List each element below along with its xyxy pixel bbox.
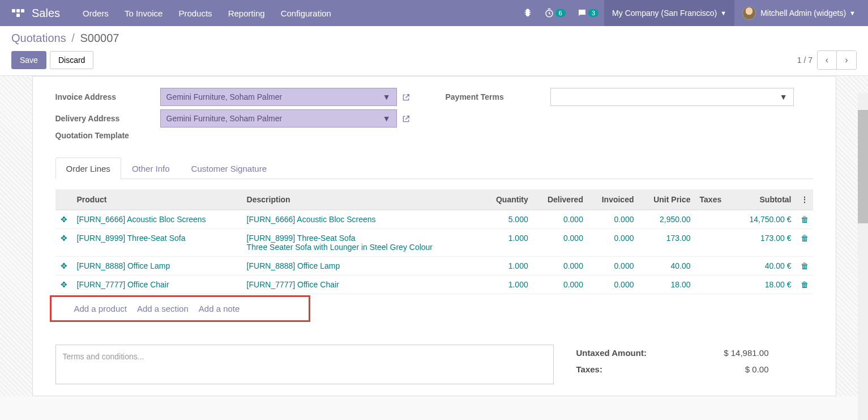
pager-next[interactable]: ›: [837, 51, 856, 69]
navbar: Sales Orders To Invoice Products Reporti…: [0, 0, 868, 26]
cell-qty[interactable]: 1.000: [482, 275, 533, 294]
tabs: Order Lines Other Info Customer Signatur…: [55, 157, 813, 179]
drag-handle-icon[interactable]: ✥: [55, 229, 72, 257]
nav-to-invoice[interactable]: To Invoice: [125, 9, 163, 18]
company-switcher[interactable]: My Company (San Francisco)▼: [604, 0, 734, 26]
drag-handle-icon[interactable]: ✥: [55, 275, 72, 294]
payment-terms-field[interactable]: ▼: [550, 88, 794, 106]
invoice-address-label: Invoice Address: [55, 92, 160, 101]
totals: Untaxed Amount: $ 14,981.00 Taxes: $ 0.0…: [576, 345, 769, 384]
col-inv: Invoiced: [588, 189, 639, 210]
cell-product[interactable]: [FURN_7777] Office Chair: [72, 275, 242, 294]
scrollbar[interactable]: [858, 93, 868, 396]
timer-icon[interactable]: 6: [538, 0, 571, 26]
cell-tax[interactable]: [695, 210, 733, 229]
cell-inv[interactable]: 0.000: [588, 210, 639, 229]
taxes-label: Taxes:: [576, 364, 602, 374]
add-section-link[interactable]: Add a section: [137, 304, 189, 313]
cell-inv[interactable]: 0.000: [588, 275, 639, 294]
cell-desc[interactable]: [FURN_8999] Three-Seat Sofa Three Seater…: [242, 229, 482, 257]
cell-qty[interactable]: 1.000: [482, 257, 533, 275]
cell-sub: 40.00 €: [733, 257, 796, 275]
cell-desc[interactable]: [FURN_6666] Acoustic Bloc Screens: [242, 210, 482, 229]
col-sub: Subtotal: [733, 189, 796, 210]
delete-row-icon[interactable]: 🗑: [796, 210, 813, 229]
terms-input[interactable]: Terms and conditions...: [55, 345, 554, 384]
cell-product[interactable]: [FURN_8999] Three-Seat Sofa: [72, 229, 242, 257]
nav-reporting[interactable]: Reporting: [228, 9, 265, 18]
tab-other-info[interactable]: Other Info: [121, 158, 181, 179]
table-row[interactable]: ✥[FURN_6666] Acoustic Bloc Screens[FURN_…: [55, 210, 813, 229]
delete-row-icon[interactable]: 🗑: [796, 257, 813, 275]
cell-deliv[interactable]: 0.000: [533, 229, 588, 257]
untaxed-label: Untaxed Amount:: [576, 348, 647, 358]
col-desc: Description: [242, 189, 482, 210]
apps-icon[interactable]: [11, 6, 25, 20]
drag-handle-icon[interactable]: ✥: [55, 210, 72, 229]
cell-price[interactable]: 173.00: [638, 229, 695, 257]
delete-row-icon[interactable]: 🗑: [796, 275, 813, 294]
col-deliv: Delivered: [533, 189, 588, 210]
delivery-external-link-icon[interactable]: [401, 113, 411, 124]
cell-inv[interactable]: 0.000: [588, 229, 639, 257]
user-name: Mitchell Admin (widgets): [760, 9, 846, 18]
invoice-external-link-icon[interactable]: [401, 92, 411, 102]
user-menu[interactable]: Mitchell Admin (widgets)▼: [734, 0, 863, 26]
cell-tax[interactable]: [695, 229, 733, 257]
form-sheet: Invoice Address Gemini Furniture, Soham …: [32, 76, 836, 396]
cell-tax[interactable]: [695, 275, 733, 294]
cell-price[interactable]: 2,950.00: [638, 210, 695, 229]
cell-desc[interactable]: [FURN_7777] Office Chair: [242, 275, 482, 294]
add-links-box: Add a product Add a section Add a note: [50, 295, 310, 322]
col-qty: Quantity: [482, 189, 533, 210]
nav-products[interactable]: Products: [178, 9, 212, 18]
avatar: [742, 6, 756, 20]
cell-deliv[interactable]: 0.000: [533, 257, 588, 275]
col-tax: Taxes: [695, 189, 733, 210]
cell-product[interactable]: [FURN_8888] Office Lamp: [72, 257, 242, 275]
cell-tax[interactable]: [695, 257, 733, 275]
invoice-address-field[interactable]: Gemini Furniture, Soham Palmer▼: [160, 88, 397, 106]
tab-customer-signature[interactable]: Customer Signature: [181, 158, 277, 179]
company-name: My Company (San Francisco): [612, 9, 717, 18]
cell-product[interactable]: [FURN_6666] Acoustic Bloc Screens: [72, 210, 242, 229]
nav-orders[interactable]: Orders: [83, 9, 109, 18]
chat-badge: 3: [588, 9, 598, 17]
pager-prev[interactable]: ‹: [818, 51, 837, 69]
tab-order-lines[interactable]: Order Lines: [55, 158, 121, 179]
order-lines-table: Product Description Quantity Delivered I…: [55, 189, 813, 294]
breadcrumb-current: S00007: [80, 32, 119, 44]
cell-sub: 173.00 €: [733, 229, 796, 257]
col-product: Product: [72, 189, 242, 210]
discard-button[interactable]: Discard: [50, 51, 93, 69]
delivery-address-field[interactable]: Gemini Furniture, Soham Palmer▼: [160, 109, 397, 128]
table-row[interactable]: ✥[FURN_7777] Office Chair[FURN_7777] Off…: [55, 275, 813, 294]
save-button[interactable]: Save: [11, 51, 46, 69]
payment-terms-label: Payment Terms: [446, 92, 550, 101]
cell-inv[interactable]: 0.000: [588, 257, 639, 275]
col-kebab[interactable]: ⋮: [796, 189, 813, 210]
cell-qty[interactable]: 1.000: [482, 229, 533, 257]
cell-deliv[interactable]: 0.000: [533, 210, 588, 229]
table-row[interactable]: ✥[FURN_8999] Three-Seat Sofa[FURN_8999] …: [55, 229, 813, 257]
nav-configuration[interactable]: Configuration: [281, 9, 331, 18]
untaxed-value: $ 14,981.00: [724, 348, 768, 358]
debug-icon[interactable]: [517, 0, 538, 26]
table-row[interactable]: ✥[FURN_8888] Office Lamp[FURN_8888] Offi…: [55, 257, 813, 275]
col-price: Unit Price: [638, 189, 695, 210]
cell-price[interactable]: 18.00: [638, 275, 695, 294]
pager-text: 1 / 7: [797, 56, 813, 65]
cell-sub: 14,750.00 €: [733, 210, 796, 229]
breadcrumb-root[interactable]: Quotations: [11, 32, 66, 44]
cell-deliv[interactable]: 0.000: [533, 275, 588, 294]
add-note-link[interactable]: Add a note: [199, 304, 240, 313]
chat-icon[interactable]: 3: [571, 0, 604, 26]
cell-qty[interactable]: 5.000: [482, 210, 533, 229]
taxes-value: $ 0.00: [745, 364, 769, 374]
add-product-link[interactable]: Add a product: [74, 304, 127, 313]
cell-desc[interactable]: [FURN_8888] Office Lamp: [242, 257, 482, 275]
delete-row-icon[interactable]: 🗑: [796, 229, 813, 257]
app-brand[interactable]: Sales: [32, 7, 60, 20]
drag-handle-icon[interactable]: ✥: [55, 257, 72, 275]
cell-price[interactable]: 40.00: [638, 257, 695, 275]
